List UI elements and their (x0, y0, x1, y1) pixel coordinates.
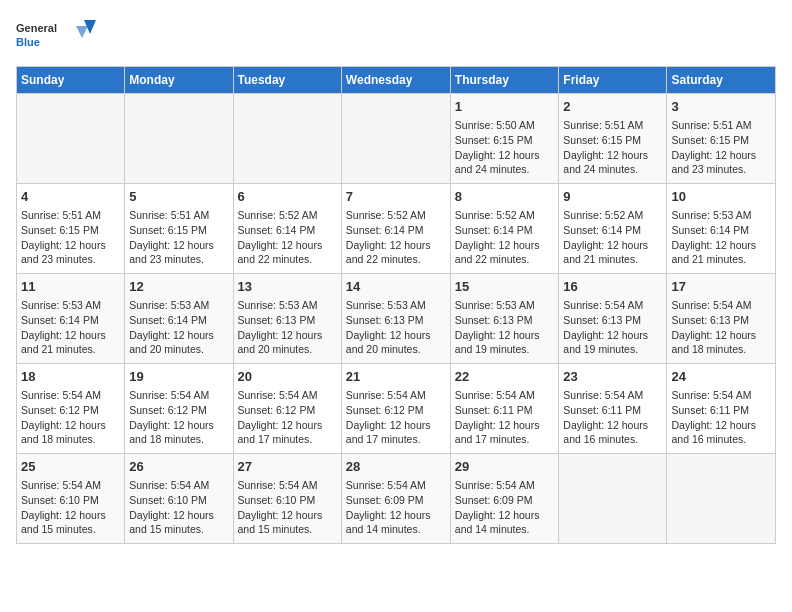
calendar-week-row: 4Sunrise: 5:51 AMSunset: 6:15 PMDaylight… (17, 184, 776, 274)
column-header-monday: Monday (125, 67, 233, 94)
day-info-text: Sunrise: 5:53 AM (671, 208, 771, 223)
calendar-cell: 16Sunrise: 5:54 AMSunset: 6:13 PMDayligh… (559, 274, 667, 364)
day-info-text: Sunrise: 5:54 AM (21, 388, 120, 403)
day-info-text: and 21 minutes. (671, 252, 771, 267)
calendar-week-row: 25Sunrise: 5:54 AMSunset: 6:10 PMDayligh… (17, 454, 776, 544)
day-number: 9 (563, 188, 662, 206)
day-number: 3 (671, 98, 771, 116)
day-info-text: and 21 minutes. (563, 252, 662, 267)
calendar-cell: 7Sunrise: 5:52 AMSunset: 6:14 PMDaylight… (341, 184, 450, 274)
day-info-text: Sunset: 6:12 PM (21, 403, 120, 418)
day-info-text: and 20 minutes. (238, 342, 337, 357)
day-info-text: Daylight: 12 hours (671, 238, 771, 253)
day-number: 11 (21, 278, 120, 296)
day-number: 8 (455, 188, 555, 206)
day-info-text: Daylight: 12 hours (455, 328, 555, 343)
day-info-text: Sunrise: 5:53 AM (21, 298, 120, 313)
logo: General Blue (16, 16, 96, 56)
day-info-text: Sunset: 6:15 PM (671, 133, 771, 148)
day-info-text: Sunrise: 5:52 AM (346, 208, 446, 223)
day-info-text: Sunrise: 5:52 AM (238, 208, 337, 223)
day-info-text: Sunset: 6:15 PM (563, 133, 662, 148)
calendar-cell: 27Sunrise: 5:54 AMSunset: 6:10 PMDayligh… (233, 454, 341, 544)
day-number: 26 (129, 458, 228, 476)
day-info-text: Sunset: 6:14 PM (238, 223, 337, 238)
day-info-text: and 17 minutes. (455, 432, 555, 447)
day-info-text: Daylight: 12 hours (238, 238, 337, 253)
day-info-text: Sunrise: 5:53 AM (238, 298, 337, 313)
calendar-cell: 8Sunrise: 5:52 AMSunset: 6:14 PMDaylight… (450, 184, 559, 274)
day-info-text: Sunrise: 5:51 AM (21, 208, 120, 223)
svg-text:General: General (16, 22, 57, 34)
day-number: 27 (238, 458, 337, 476)
day-info-text: Sunset: 6:13 PM (346, 313, 446, 328)
page-header: General Blue (16, 16, 776, 56)
day-info-text: Sunset: 6:11 PM (671, 403, 771, 418)
day-info-text: and 22 minutes. (238, 252, 337, 267)
day-info-text: Sunset: 6:14 PM (671, 223, 771, 238)
calendar-cell: 26Sunrise: 5:54 AMSunset: 6:10 PMDayligh… (125, 454, 233, 544)
logo-svg: General Blue (16, 16, 96, 56)
day-number: 1 (455, 98, 555, 116)
day-number: 17 (671, 278, 771, 296)
day-info-text: and 19 minutes. (455, 342, 555, 357)
day-info-text: Sunset: 6:12 PM (346, 403, 446, 418)
calendar-week-row: 1Sunrise: 5:50 AMSunset: 6:15 PMDaylight… (17, 94, 776, 184)
calendar-cell: 5Sunrise: 5:51 AMSunset: 6:15 PMDaylight… (125, 184, 233, 274)
day-info-text: and 23 minutes. (671, 162, 771, 177)
day-info-text: and 16 minutes. (563, 432, 662, 447)
day-info-text: Sunrise: 5:51 AM (129, 208, 228, 223)
day-info-text: Sunrise: 5:53 AM (455, 298, 555, 313)
day-info-text: Sunrise: 5:52 AM (563, 208, 662, 223)
day-info-text: Sunrise: 5:54 AM (455, 388, 555, 403)
day-info-text: Daylight: 12 hours (563, 238, 662, 253)
day-info-text: Daylight: 12 hours (129, 328, 228, 343)
day-info-text: and 22 minutes. (346, 252, 446, 267)
day-info-text: Daylight: 12 hours (346, 508, 446, 523)
calendar-cell (17, 94, 125, 184)
calendar-cell: 20Sunrise: 5:54 AMSunset: 6:12 PMDayligh… (233, 364, 341, 454)
day-number: 15 (455, 278, 555, 296)
day-info-text: and 15 minutes. (129, 522, 228, 537)
day-info-text: Sunset: 6:10 PM (21, 493, 120, 508)
day-info-text: Sunrise: 5:54 AM (671, 298, 771, 313)
calendar-cell: 29Sunrise: 5:54 AMSunset: 6:09 PMDayligh… (450, 454, 559, 544)
column-header-wednesday: Wednesday (341, 67, 450, 94)
day-info-text: and 15 minutes. (238, 522, 337, 537)
day-info-text: Daylight: 12 hours (21, 418, 120, 433)
day-info-text: Daylight: 12 hours (238, 328, 337, 343)
day-info-text: Sunset: 6:14 PM (129, 313, 228, 328)
calendar-cell: 28Sunrise: 5:54 AMSunset: 6:09 PMDayligh… (341, 454, 450, 544)
calendar-cell: 12Sunrise: 5:53 AMSunset: 6:14 PMDayligh… (125, 274, 233, 364)
day-info-text: Sunset: 6:10 PM (238, 493, 337, 508)
calendar-cell: 4Sunrise: 5:51 AMSunset: 6:15 PMDaylight… (17, 184, 125, 274)
day-info-text: Sunrise: 5:54 AM (563, 298, 662, 313)
day-info-text: Sunrise: 5:54 AM (21, 478, 120, 493)
day-info-text: and 21 minutes. (21, 342, 120, 357)
calendar-cell (341, 94, 450, 184)
day-info-text: Sunrise: 5:54 AM (129, 388, 228, 403)
day-info-text: Daylight: 12 hours (455, 508, 555, 523)
day-info-text: Sunrise: 5:54 AM (238, 478, 337, 493)
day-info-text: Daylight: 12 hours (129, 418, 228, 433)
calendar-cell: 18Sunrise: 5:54 AMSunset: 6:12 PMDayligh… (17, 364, 125, 454)
column-header-sunday: Sunday (17, 67, 125, 94)
day-info-text: Sunset: 6:15 PM (21, 223, 120, 238)
day-info-text: and 19 minutes. (563, 342, 662, 357)
day-number: 19 (129, 368, 228, 386)
day-info-text: and 20 minutes. (129, 342, 228, 357)
calendar-cell (125, 94, 233, 184)
day-info-text: Sunset: 6:13 PM (455, 313, 555, 328)
calendar-cell: 25Sunrise: 5:54 AMSunset: 6:10 PMDayligh… (17, 454, 125, 544)
day-info-text: Sunset: 6:15 PM (455, 133, 555, 148)
day-info-text: Sunset: 6:15 PM (129, 223, 228, 238)
day-info-text: Daylight: 12 hours (129, 508, 228, 523)
day-number: 10 (671, 188, 771, 206)
calendar-cell: 24Sunrise: 5:54 AMSunset: 6:11 PMDayligh… (667, 364, 776, 454)
day-info-text: Sunset: 6:09 PM (455, 493, 555, 508)
day-number: 16 (563, 278, 662, 296)
day-info-text: Sunrise: 5:53 AM (129, 298, 228, 313)
day-info-text: and 18 minutes. (671, 342, 771, 357)
day-info-text: Daylight: 12 hours (455, 148, 555, 163)
day-info-text: Sunrise: 5:54 AM (346, 478, 446, 493)
